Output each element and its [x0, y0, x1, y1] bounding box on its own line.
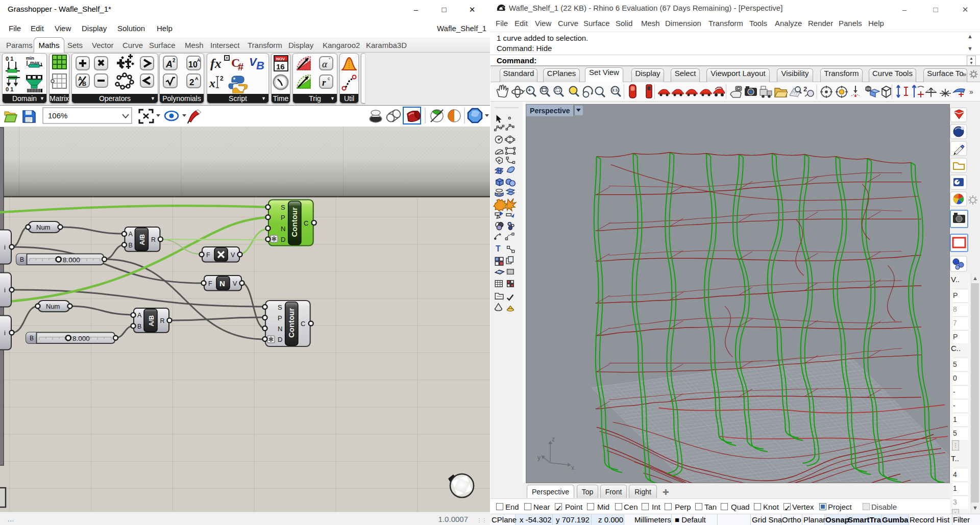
- svg-text:Perspective: Perspective: [530, 107, 570, 115]
- svg-text:B: B: [30, 335, 34, 342]
- svg-text:A: A: [195, 76, 199, 81]
- svg-text:i: i: [4, 243, 6, 251]
- svg-text:2: 2: [189, 78, 194, 87]
- svg-text:i: i: [4, 286, 6, 294]
- svg-text:fx: fx: [210, 56, 222, 71]
- svg-text:F: F: [208, 280, 212, 287]
- svg-text:D: D: [281, 236, 285, 243]
- svg-text:0 1: 0 1: [6, 86, 13, 92]
- svg-text:A: A: [137, 312, 142, 319]
- svg-text:B: B: [137, 323, 141, 330]
- svg-text:#: #: [238, 61, 243, 72]
- svg-text:V: V: [233, 280, 237, 287]
- svg-text:Contour: Contour: [287, 308, 296, 338]
- svg-text:0 1: 0 1: [6, 56, 13, 62]
- svg-text:P: P: [281, 214, 285, 221]
- svg-text:z: z: [552, 436, 555, 443]
- svg-text:C: C: [304, 219, 308, 227]
- svg-text:i: i: [4, 329, 6, 337]
- svg-text:A: A: [197, 58, 201, 63]
- svg-text:N: N: [278, 325, 282, 333]
- svg-text:2: 2: [803, 85, 807, 93]
- svg-text:»: »: [969, 88, 973, 96]
- svg-text:Contour: Contour: [290, 207, 299, 237]
- svg-text:NOV: NOV: [276, 57, 285, 61]
- svg-text:+: +: [528, 87, 531, 93]
- svg-text:R: R: [151, 236, 156, 243]
- svg-text:S: S: [278, 304, 282, 311]
- svg-text:T: T: [496, 244, 501, 253]
- svg-text:α: α: [322, 59, 328, 69]
- svg-text:106%: 106%: [48, 111, 67, 120]
- svg-text:R: R: [160, 317, 165, 324]
- svg-text:8.000: 8.000: [72, 335, 90, 342]
- svg-text:2: 2: [173, 58, 176, 63]
- svg-text:B: B: [256, 59, 264, 72]
- svg-text:A: A: [128, 231, 133, 238]
- svg-text:y: y: [537, 454, 541, 461]
- svg-text:V: V: [231, 252, 235, 259]
- svg-text:°: °: [329, 57, 331, 62]
- svg-text:A/B: A/B: [139, 234, 146, 245]
- svg-text:A/B: A/B: [148, 315, 155, 327]
- svg-text:B: B: [128, 242, 132, 249]
- svg-text:B: B: [20, 256, 24, 263]
- svg-text:x: x: [209, 77, 215, 90]
- svg-text:P: P: [278, 314, 282, 322]
- svg-text:S: S: [281, 204, 285, 211]
- svg-text:10: 10: [188, 60, 198, 69]
- svg-text:C: C: [301, 320, 305, 328]
- svg-text:F: F: [206, 252, 210, 259]
- svg-text:1:1: 1:1: [612, 88, 618, 92]
- svg-text:r: r: [322, 77, 326, 88]
- svg-text:Num: Num: [36, 223, 50, 231]
- svg-text:N: N: [281, 225, 285, 233]
- svg-text:c: c: [328, 76, 330, 81]
- svg-text:A: A: [78, 76, 82, 82]
- svg-text:x: x: [571, 464, 574, 471]
- svg-text:A: A: [165, 59, 173, 69]
- svg-text:16: 16: [276, 62, 285, 71]
- svg-text:Num: Num: [46, 303, 60, 310]
- svg-text:8.000: 8.000: [63, 256, 80, 264]
- svg-text:D: D: [278, 336, 282, 343]
- svg-text:2: 2: [220, 75, 224, 82]
- svg-text:N: N: [219, 279, 225, 288]
